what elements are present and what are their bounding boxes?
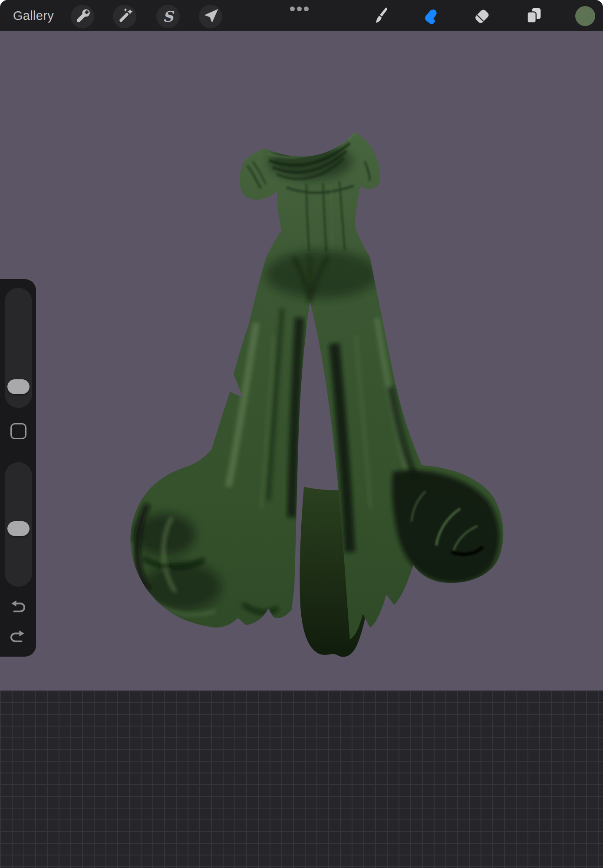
svg-text:S: S [163, 8, 175, 25]
app-screen: Gallery S [0, 0, 603, 868]
brush-opacity-handle[interactable] [7, 521, 30, 536]
brush-size-handle[interactable] [7, 379, 30, 394]
redo-button[interactable] [7, 629, 28, 646]
brush-sidebar [0, 279, 36, 657]
smudge-finger-icon [418, 5, 442, 28]
smudge-tool-button[interactable] [418, 5, 442, 28]
transform-arrow-icon [199, 5, 222, 28]
magic-wand-icon [113, 5, 136, 28]
brush-size-slider[interactable] [5, 288, 32, 408]
wrench-icon [71, 5, 94, 28]
top-toolbar: Gallery S [0, 0, 603, 31]
paintbrush-icon [368, 5, 392, 28]
paint-tool-button[interactable] [368, 5, 392, 28]
selection-s-icon: S [156, 5, 180, 28]
undo-button[interactable] [7, 599, 28, 616]
actions-button[interactable] [71, 5, 94, 28]
brush-opacity-slider[interactable] [5, 462, 32, 587]
drawing-canvas[interactable] [0, 31, 603, 690]
ellipsis-icon[interactable] [290, 7, 309, 11]
adjustments-button[interactable] [113, 5, 136, 28]
gallery-button[interactable]: Gallery [13, 0, 54, 31]
canvas-outside-grid [0, 690, 603, 868]
erase-tool-button[interactable] [470, 5, 494, 28]
color-swatch-circle[interactable] [575, 6, 595, 26]
undo-arrow-icon [8, 599, 28, 616]
redo-arrow-icon [8, 629, 28, 646]
layers-button[interactable] [522, 5, 545, 28]
transform-button[interactable] [199, 5, 222, 28]
layers-icon [522, 5, 545, 28]
modify-button[interactable] [10, 423, 26, 439]
gown-artwork [0, 31, 603, 690]
eraser-icon [470, 5, 494, 28]
selections-button[interactable]: S [156, 5, 180, 28]
